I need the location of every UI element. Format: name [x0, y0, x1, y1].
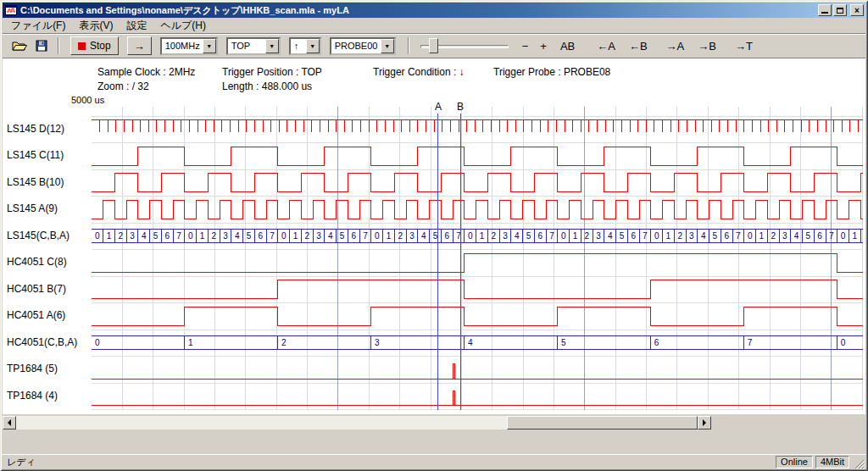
channel-label: LS145(C,B,A)	[7, 230, 70, 241]
trigger-condition-info: Trigger Condition : ↓	[373, 66, 465, 78]
zoom-slider-thumb[interactable]	[429, 38, 438, 53]
run-arrow-icon: →	[134, 40, 145, 53]
chevron-down-icon[interactable]: ▼	[381, 39, 394, 53]
zoom-in-button[interactable]: +	[537, 38, 550, 54]
goto-b-left-button[interactable]: ←B	[626, 38, 651, 54]
sample-clock-info: Sample Clock : 2MHz	[97, 66, 195, 78]
channel-label: TP1684 (5)	[7, 363, 58, 374]
open-folder-icon	[12, 40, 27, 52]
status-memory: 4MBit	[815, 456, 849, 468]
goto-trigger-button[interactable]: →T	[732, 38, 756, 54]
scrollbar-thumb[interactable]	[507, 416, 698, 429]
chevron-down-icon[interactable]: ▼	[265, 39, 279, 53]
open-button[interactable]	[9, 36, 30, 55]
trigger-edge-value: ↑	[291, 39, 306, 53]
menu-item-file[interactable]: ファイル(F)	[4, 17, 72, 35]
horizontal-scrollbar[interactable]	[3, 416, 711, 429]
chevron-down-icon[interactable]: ▼	[306, 39, 320, 53]
goto-b-right-button[interactable]: →B	[694, 38, 720, 54]
chevron-down-icon[interactable]: ▼	[203, 39, 216, 53]
minimize-button[interactable]	[818, 4, 832, 16]
channel-label: LS145 A(9)	[7, 202, 58, 214]
triangle-left-icon	[8, 419, 11, 426]
toolbar-separator	[408, 37, 409, 54]
trigger-position-select[interactable]: TOP ▼	[226, 37, 281, 55]
channel-label: LS145 D(12)	[7, 123, 64, 135]
scroll-left-button[interactable]	[3, 416, 16, 429]
toolbar-separator	[58, 37, 59, 54]
sample-clock-select[interactable]: 100MHz ▼	[160, 37, 218, 55]
minimize-icon	[821, 12, 828, 14]
channel-label: HC4051 C(8)	[7, 256, 67, 268]
channel-label: HC4051 B(7)	[7, 283, 66, 295]
zoom-out-button[interactable]: −	[519, 38, 532, 54]
goto-a-right-button[interactable]: →A	[663, 38, 688, 54]
window-controls: ×	[816, 4, 864, 16]
ab-cursors-button[interactable]: AB	[557, 38, 578, 54]
waveform-panel[interactable]	[3, 58, 865, 414]
probe-value: PROBE00	[331, 39, 381, 53]
menu-item-view[interactable]: 表示(V)	[72, 17, 120, 35]
scroll-right-button[interactable]	[698, 416, 711, 429]
maximize-button[interactable]	[833, 4, 847, 16]
resize-grip[interactable]	[854, 458, 865, 469]
triangle-right-icon	[703, 419, 706, 426]
goto-a-left-button[interactable]: ←A	[593, 38, 619, 54]
window-title: C:\Documents and Settings\noname\デスクトップ\…	[20, 4, 816, 17]
trigger-position-value: TOP	[228, 39, 265, 53]
channel-label: LS145 C(11)	[7, 149, 64, 161]
app-window: C:\Documents and Settings\noname\デスクトップ\…	[0, 0, 868, 471]
status-bar: レディ Online 4MBit	[2, 454, 866, 469]
sample-clock-value: 100MHz	[162, 39, 203, 53]
stop-square-icon	[78, 42, 86, 50]
close-button[interactable]: ×	[850, 4, 864, 16]
status-online: Online	[776, 456, 813, 468]
length-info: Length : 488.000 us	[222, 80, 312, 92]
maximize-icon	[837, 8, 843, 14]
trigger-probe-info: Trigger Probe : PROBE08	[493, 66, 610, 78]
channel-label: HC4051 A(6)	[7, 309, 65, 321]
title-bar[interactable]: C:\Documents and Settings\noname\デスクトップ\…	[3, 3, 865, 18]
save-button[interactable]	[31, 36, 52, 55]
stop-button[interactable]: Stop	[70, 36, 119, 55]
toolbar: Stop → 100MHz ▼ TOP ▼ ↑ ▼ PROBE00 ▼ − + …	[3, 33, 865, 58]
trigger-edge-select[interactable]: ↑ ▼	[289, 37, 321, 55]
probe-select[interactable]: PROBE00 ▼	[330, 37, 396, 55]
time-origin-label: 5000 us	[71, 95, 104, 105]
menu-item-help[interactable]: ヘルプ(H)	[153, 17, 213, 35]
zoom-slider[interactable]	[420, 36, 509, 55]
menu-item-settings[interactable]: 設定	[120, 17, 153, 35]
run-button[interactable]: →	[127, 36, 152, 55]
channel-label: HC4051(C,B,A)	[7, 336, 77, 348]
menu-bar: ファイル(F) 表示(V) 設定 ヘルプ(H)	[3, 18, 865, 33]
channel-label: LS145 B(10)	[7, 176, 64, 188]
trigger-position-info: Trigger Position : TOP	[222, 66, 322, 78]
status-text: レディ	[7, 456, 776, 468]
app-icon	[5, 4, 17, 16]
channel-label: TP1684 (4)	[7, 390, 58, 402]
zoom-info: Zoom : / 32	[97, 80, 149, 92]
stop-button-label: Stop	[90, 40, 111, 52]
save-floppy-icon	[36, 40, 47, 52]
